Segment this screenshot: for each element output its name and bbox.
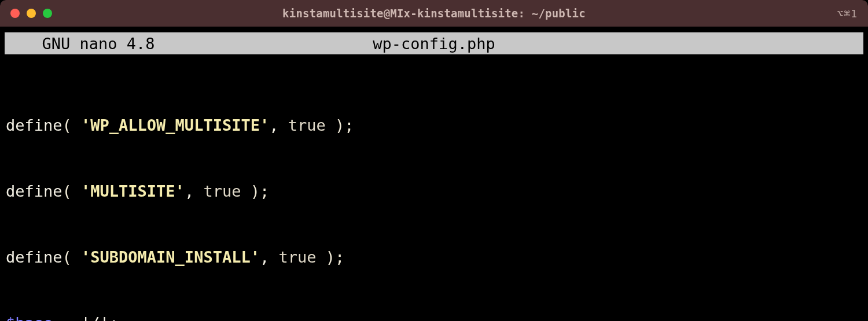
nano-header: GNU nano 4.8 wp-config.php (5, 32, 863, 54)
editor-content[interactable]: define( 'WP_ALLOW_MULTISITE', true ); de… (0, 54, 868, 321)
titlebar-gap (0, 27, 868, 32)
maximize-icon[interactable] (43, 9, 52, 18)
code-line-2: define( 'MULTISITE', true ); (6, 180, 862, 202)
code-line-4: $base = '/'; (6, 312, 862, 321)
code-line-1: define( 'WP_ALLOW_MULTISITE', true ); (6, 115, 862, 136)
code-line-3: define( 'SUBDOMAIN_INSTALL', true ); (6, 246, 862, 268)
window-title: kinstamultisite@MIx-kinstamultisite: ~/p… (282, 7, 586, 20)
shortcut-hint: ⌥⌘1 (837, 8, 858, 20)
nano-filename: wp-config.php (373, 35, 495, 53)
nano-version: GNU nano 4.8 (9, 35, 155, 53)
traffic-lights (10, 9, 52, 18)
minimize-icon[interactable] (27, 9, 36, 18)
titlebar: kinstamultisite@MIx-kinstamultisite: ~/p… (0, 0, 868, 27)
close-icon[interactable] (10, 9, 20, 18)
